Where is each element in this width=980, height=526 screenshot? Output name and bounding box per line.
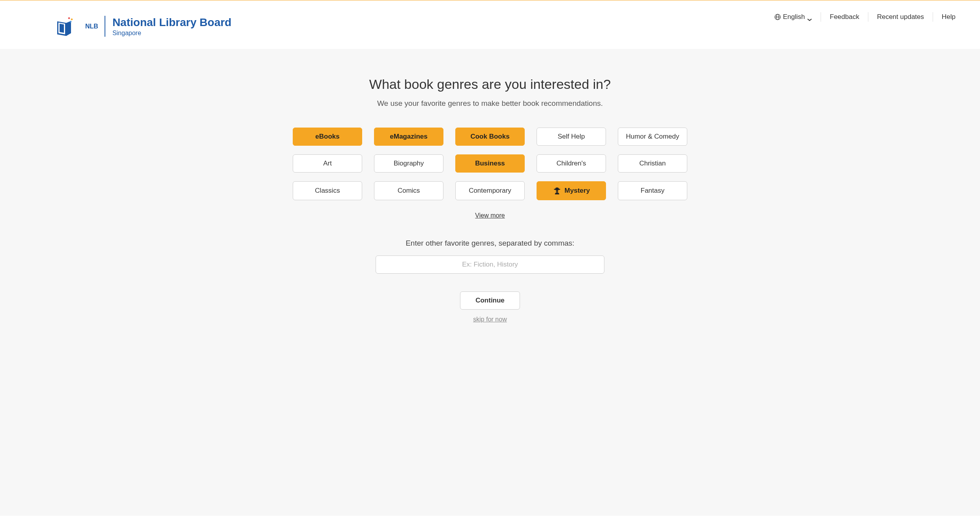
genre-label: Fantasy <box>641 187 664 195</box>
language-label: English <box>783 13 805 21</box>
svg-rect-1 <box>71 18 73 21</box>
genre-label: Classics <box>315 187 340 195</box>
genre-label: Christian <box>639 160 666 167</box>
header-nav: English Feedback Recent updates Help <box>766 8 965 22</box>
header: NLB National Library Board Singapore Eng… <box>0 0 980 49</box>
continue-button[interactable]: Continue <box>460 291 520 310</box>
genre-chip-cook-books[interactable]: Cook Books <box>455 128 525 146</box>
genre-chip-contemporary[interactable]: Contemporary <box>455 181 525 200</box>
genre-chip-mystery[interactable]: Mystery <box>537 181 606 200</box>
genre-chip-biography[interactable]: Biography <box>374 154 443 173</box>
language-selector[interactable]: English <box>766 12 821 22</box>
genre-label: Biography <box>394 160 424 167</box>
genre-chip-children-s[interactable]: Children's <box>537 154 606 173</box>
nav-feedback[interactable]: Feedback <box>821 12 868 22</box>
genre-chip-art[interactable]: Art <box>293 154 362 173</box>
genre-label: Humor & Comedy <box>626 133 679 141</box>
svg-rect-0 <box>68 17 70 19</box>
genre-label: Mystery <box>565 187 590 195</box>
genre-chip-christian[interactable]: Christian <box>618 154 687 173</box>
genre-label: Art <box>323 160 332 167</box>
genre-input-label: Enter other favorite genres, separated b… <box>273 239 707 248</box>
main-content: What book genres are you interested in? … <box>0 49 980 516</box>
genre-chip-business[interactable]: Business <box>455 154 525 173</box>
genre-chip-classics[interactable]: Classics <box>293 181 362 200</box>
content-wrapper: What book genres are you interested in? … <box>273 77 707 323</box>
skip-link[interactable]: skip for now <box>273 316 707 323</box>
globe-icon <box>774 14 781 20</box>
logo[interactable]: NLB National Library Board Singapore <box>55 8 232 37</box>
nav-help[interactable]: Help <box>933 12 964 22</box>
genre-label: Children's <box>556 160 586 167</box>
page-subtitle: We use your favorite genres to make bett… <box>273 99 707 108</box>
view-more-link[interactable]: View more <box>475 212 505 219</box>
logo-abbr: NLB <box>85 23 98 30</box>
logo-main-text: National Library Board <box>112 16 232 29</box>
genre-chip-ebooks[interactable]: eBooks <box>293 128 362 146</box>
genre-label: Self Help <box>558 133 585 141</box>
genre-chip-comics[interactable]: Comics <box>374 181 443 200</box>
genre-label: eBooks <box>315 133 339 141</box>
chevron-down-icon <box>807 15 812 19</box>
genre-label: Comics <box>398 187 420 195</box>
genre-input[interactable] <box>376 255 604 274</box>
svg-rect-8 <box>555 191 557 192</box>
svg-rect-9 <box>557 191 559 192</box>
genre-label: Cook Books <box>470 133 509 141</box>
genre-chip-self-help[interactable]: Self Help <box>537 128 606 146</box>
logo-sub-text: Singapore <box>112 30 232 37</box>
genre-label: Business <box>475 160 505 167</box>
genre-chip-fantasy[interactable]: Fantasy <box>618 181 687 200</box>
genre-chip-humor-comedy[interactable]: Humor & Comedy <box>618 128 687 146</box>
genre-grid: eBookseMagazinesCook BooksSelf HelpHumor… <box>293 128 687 200</box>
genre-chip-emagazines[interactable]: eMagazines <box>374 128 443 146</box>
logo-text: National Library Board Singapore <box>105 16 232 37</box>
detective-icon <box>553 186 561 195</box>
genre-label: eMagazines <box>390 133 427 141</box>
genre-label: Contemporary <box>469 187 511 195</box>
page-title: What book genres are you interested in? <box>273 77 707 92</box>
nlb-logo-icon <box>55 15 79 37</box>
nav-recent-updates[interactable]: Recent updates <box>868 12 933 22</box>
